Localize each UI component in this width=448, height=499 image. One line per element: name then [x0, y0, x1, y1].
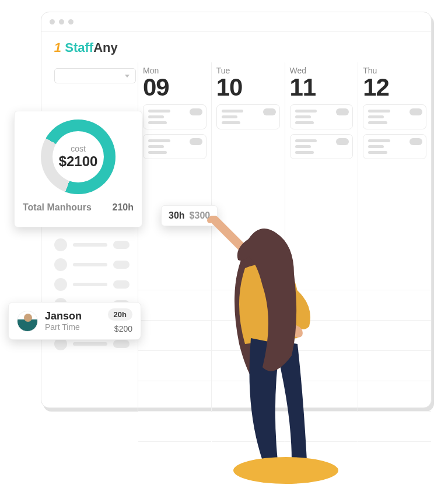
- shift-card[interactable]: [216, 104, 280, 129]
- staff-avatar-icon: [17, 311, 38, 332]
- drag-handle-icon[interactable]: [263, 108, 276, 115]
- text-placeholder: [73, 342, 107, 346]
- text-placeholder: [73, 283, 107, 286]
- drag-handle-icon[interactable]: [336, 138, 349, 145]
- brand-name-a: Staff: [65, 40, 93, 55]
- drag-handle-icon[interactable]: [410, 108, 422, 115]
- brand-name-b: Any: [93, 40, 118, 55]
- drag-handle-icon[interactable]: [410, 138, 422, 145]
- manhours-value: 210h: [113, 202, 134, 213]
- shift-card[interactable]: [143, 134, 206, 159]
- day-column-mon[interactable]: Mon 09: [138, 62, 211, 412]
- row-gridlines: [212, 290, 285, 442]
- day-summary-tooltip: 30h $300: [161, 205, 218, 226]
- cost-donut-chart: cost $2100: [41, 120, 116, 194]
- staff-row[interactable]: [54, 235, 130, 255]
- hours-pill-placeholder: [113, 340, 130, 348]
- cost-label: cost: [71, 144, 86, 153]
- avatar-placeholder-icon: [54, 278, 67, 291]
- row-gridlines: [358, 290, 431, 442]
- cost-value: $2100: [59, 153, 98, 170]
- day-number: 09: [143, 75, 206, 100]
- manhours-label: Total Manhours: [23, 202, 92, 213]
- staff-name: Janson: [45, 310, 101, 322]
- row-gridlines: [138, 290, 211, 442]
- shift-card[interactable]: [363, 134, 426, 159]
- day-number: 10: [216, 75, 280, 100]
- window-dot: [50, 19, 55, 24]
- brand-logo: 1 StaffAny: [41, 32, 431, 59]
- text-placeholder: [73, 243, 107, 247]
- staff-role: Part Time: [45, 322, 101, 332]
- hours-pill-placeholder: [113, 241, 130, 249]
- shift-card[interactable]: [290, 134, 354, 159]
- day-number: 11: [290, 75, 354, 100]
- drag-handle-icon[interactable]: [190, 138, 202, 145]
- window-titlebar: [41, 12, 431, 32]
- staff-row[interactable]: [54, 275, 130, 294]
- staff-cost: $200: [108, 324, 132, 333]
- day-column-tue[interactable]: Tue 10: [211, 62, 285, 412]
- drag-handle-icon[interactable]: [190, 108, 202, 115]
- day-summary-amount: $300: [190, 210, 211, 221]
- avatar-placeholder-icon: [54, 238, 67, 251]
- brand-mark-icon: 1: [53, 40, 63, 55]
- filter-dropdown[interactable]: [54, 68, 136, 83]
- day-number: 12: [363, 75, 426, 100]
- brand-name: StaffAny: [65, 40, 117, 55]
- avatar-placeholder-icon: [54, 258, 67, 271]
- hours-pill-placeholder: [113, 261, 130, 269]
- staff-detail-card[interactable]: Janson Part Time 20h $200: [8, 302, 141, 340]
- hours-pill-placeholder: [113, 280, 130, 289]
- day-column-wed[interactable]: Wed 11: [285, 62, 358, 412]
- shift-card[interactable]: [363, 104, 426, 129]
- staff-row[interactable]: [54, 255, 130, 275]
- window-dot: [68, 19, 74, 24]
- day-summary-hours: 30h: [169, 210, 185, 221]
- text-placeholder: [73, 263, 107, 266]
- drag-handle-icon[interactable]: [336, 108, 349, 115]
- shift-card[interactable]: [290, 104, 354, 129]
- staff-hours-pill: 20h: [108, 308, 132, 321]
- day-column-thu[interactable]: Thu 12: [358, 62, 431, 412]
- window-dot: [59, 19, 64, 24]
- cost-summary-card: cost $2100 Total Manhours 210h: [14, 111, 142, 227]
- shift-card[interactable]: [143, 104, 206, 129]
- row-gridlines: [285, 290, 358, 442]
